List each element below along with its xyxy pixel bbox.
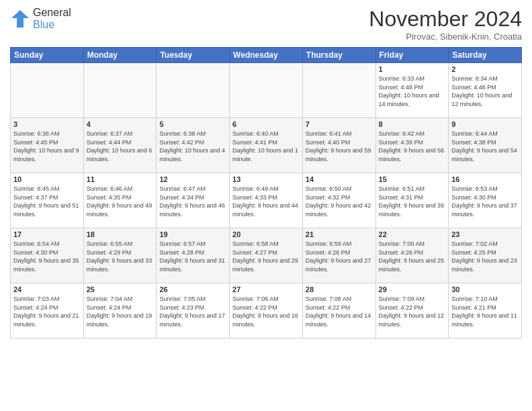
day-number: 28 (306, 285, 373, 293)
calendar-table: SundayMondayTuesdayWednesdayThursdayFrid… (10, 47, 522, 338)
day-info: Sunrise: 7:08 AM Sunset: 4:22 PM Dayligh… (306, 295, 373, 328)
calendar-cell-1-2: 5Sunrise: 6:38 AM Sunset: 4:42 PM Daylig… (157, 118, 230, 173)
day-info: Sunrise: 6:55 AM Sunset: 4:29 PM Dayligh… (87, 240, 154, 273)
header-saturday: Saturday (449, 48, 522, 63)
day-info: Sunrise: 6:51 AM Sunset: 4:31 PM Dayligh… (379, 185, 446, 218)
logo: General Blue (10, 7, 71, 31)
week-row-4: 24Sunrise: 7:03 AM Sunset: 4:24 PM Dayli… (11, 283, 522, 338)
calendar-cell-1-0: 3Sunrise: 6:36 AM Sunset: 4:45 PM Daylig… (11, 118, 84, 173)
day-info: Sunrise: 6:33 AM Sunset: 4:48 PM Dayligh… (379, 75, 446, 108)
calendar-cell-0-0 (11, 63, 84, 118)
day-number: 14 (306, 175, 373, 183)
day-info: Sunrise: 6:34 AM Sunset: 4:46 PM Dayligh… (451, 75, 519, 108)
day-number: 21 (306, 230, 373, 238)
day-number: 25 (87, 285, 154, 293)
day-info: Sunrise: 6:59 AM Sunset: 4:26 PM Dayligh… (306, 240, 373, 273)
calendar-cell-2-3: 13Sunrise: 6:49 AM Sunset: 4:33 PM Dayli… (230, 173, 303, 228)
logo-blue-text: Blue (33, 19, 54, 30)
day-info: Sunrise: 6:38 AM Sunset: 4:42 PM Dayligh… (159, 130, 226, 163)
day-number: 17 (13, 230, 81, 238)
calendar-cell-2-1: 11Sunrise: 6:46 AM Sunset: 4:35 PM Dayli… (83, 173, 157, 228)
calendar-cell-1-3: 6Sunrise: 6:40 AM Sunset: 4:41 PM Daylig… (230, 118, 303, 173)
page-container: General Blue November 2024 Pirovac, Sibe… (0, 0, 532, 411)
day-number: 11 (87, 175, 154, 183)
day-number: 15 (379, 175, 446, 183)
day-number: 18 (87, 230, 154, 238)
day-info: Sunrise: 7:02 AM Sunset: 4:25 PM Dayligh… (451, 240, 519, 273)
day-info: Sunrise: 7:04 AM Sunset: 4:24 PM Dayligh… (87, 295, 154, 328)
calendar-cell-3-1: 18Sunrise: 6:55 AM Sunset: 4:29 PM Dayli… (83, 228, 157, 283)
logo-icon (10, 9, 30, 29)
calendar-cell-4-1: 25Sunrise: 7:04 AM Sunset: 4:24 PM Dayli… (83, 283, 157, 338)
day-number: 30 (451, 285, 519, 293)
calendar-cell-2-5: 15Sunrise: 6:51 AM Sunset: 4:31 PM Dayli… (375, 173, 449, 228)
day-number: 26 (159, 285, 226, 293)
logo-general-text: General (33, 7, 71, 18)
header-monday: Monday (83, 48, 157, 63)
day-number: 2 (451, 65, 519, 73)
calendar-cell-0-5: 1Sunrise: 6:33 AM Sunset: 4:48 PM Daylig… (375, 63, 449, 118)
day-info: Sunrise: 6:45 AM Sunset: 4:37 PM Dayligh… (13, 185, 81, 218)
calendar-cell-1-6: 9Sunrise: 6:44 AM Sunset: 4:38 PM Daylig… (449, 118, 522, 173)
calendar-cell-2-0: 10Sunrise: 6:45 AM Sunset: 4:37 PM Dayli… (11, 173, 84, 228)
calendar-cell-1-1: 4Sunrise: 6:37 AM Sunset: 4:44 PM Daylig… (83, 118, 157, 173)
day-info: Sunrise: 6:44 AM Sunset: 4:38 PM Dayligh… (451, 130, 519, 163)
calendar-header: SundayMondayTuesdayWednesdayThursdayFrid… (11, 48, 522, 63)
calendar-cell-3-4: 21Sunrise: 6:59 AM Sunset: 4:26 PM Dayli… (302, 228, 375, 283)
day-info: Sunrise: 7:00 AM Sunset: 4:26 PM Dayligh… (379, 240, 446, 273)
day-info: Sunrise: 6:50 AM Sunset: 4:32 PM Dayligh… (306, 185, 373, 218)
calendar-cell-0-4 (302, 63, 375, 118)
week-row-0: 1Sunrise: 6:33 AM Sunset: 4:48 PM Daylig… (11, 63, 522, 118)
day-info: Sunrise: 7:09 AM Sunset: 4:22 PM Dayligh… (379, 295, 446, 328)
day-number: 22 (379, 230, 446, 238)
header-friday: Friday (375, 48, 449, 63)
calendar-header-row: SundayMondayTuesdayWednesdayThursdayFrid… (11, 48, 522, 63)
calendar-cell-3-0: 17Sunrise: 6:54 AM Sunset: 4:30 PM Dayli… (11, 228, 84, 283)
day-number: 13 (232, 175, 300, 183)
calendar-cell-2-4: 14Sunrise: 6:50 AM Sunset: 4:32 PM Dayli… (302, 173, 375, 228)
day-info: Sunrise: 6:46 AM Sunset: 4:35 PM Dayligh… (87, 185, 154, 218)
day-number: 4 (87, 120, 154, 128)
week-row-3: 17Sunrise: 6:54 AM Sunset: 4:30 PM Dayli… (11, 228, 522, 283)
day-info: Sunrise: 7:03 AM Sunset: 4:24 PM Dayligh… (13, 295, 81, 328)
day-info: Sunrise: 7:06 AM Sunset: 4:22 PM Dayligh… (232, 295, 300, 328)
day-number: 12 (159, 175, 226, 183)
day-number: 6 (232, 120, 300, 128)
day-number: 9 (451, 120, 519, 128)
calendar-cell-0-6: 2Sunrise: 6:34 AM Sunset: 4:46 PM Daylig… (449, 63, 522, 118)
calendar-cell-3-5: 22Sunrise: 7:00 AM Sunset: 4:26 PM Dayli… (375, 228, 449, 283)
day-info: Sunrise: 6:42 AM Sunset: 4:39 PM Dayligh… (379, 130, 446, 163)
title-section: November 2024 Pirovac, Sibenik-Knin, Cro… (369, 7, 522, 42)
day-number: 10 (13, 175, 81, 183)
calendar-cell-4-4: 28Sunrise: 7:08 AM Sunset: 4:22 PM Dayli… (302, 283, 375, 338)
day-number: 16 (451, 175, 519, 183)
day-number: 8 (379, 120, 446, 128)
header-sunday: Sunday (11, 48, 84, 63)
day-info: Sunrise: 7:10 AM Sunset: 4:21 PM Dayligh… (451, 295, 519, 328)
calendar-cell-4-2: 26Sunrise: 7:05 AM Sunset: 4:23 PM Dayli… (157, 283, 230, 338)
day-info: Sunrise: 6:54 AM Sunset: 4:30 PM Dayligh… (13, 240, 81, 273)
calendar-cell-4-3: 27Sunrise: 7:06 AM Sunset: 4:22 PM Dayli… (230, 283, 303, 338)
day-number: 23 (451, 230, 519, 238)
day-info: Sunrise: 6:58 AM Sunset: 4:27 PM Dayligh… (232, 240, 300, 273)
calendar-cell-3-3: 20Sunrise: 6:58 AM Sunset: 4:27 PM Dayli… (230, 228, 303, 283)
day-number: 5 (159, 120, 226, 128)
calendar-cell-0-1 (83, 63, 157, 118)
header-tuesday: Tuesday (157, 48, 230, 63)
week-row-1: 3Sunrise: 6:36 AM Sunset: 4:45 PM Daylig… (11, 118, 522, 173)
calendar-cell-0-3 (230, 63, 303, 118)
calendar-cell-4-0: 24Sunrise: 7:03 AM Sunset: 4:24 PM Dayli… (11, 283, 84, 338)
calendar-cell-3-6: 23Sunrise: 7:02 AM Sunset: 4:25 PM Dayli… (449, 228, 522, 283)
calendar-cell-3-2: 19Sunrise: 6:57 AM Sunset: 4:28 PM Dayli… (157, 228, 230, 283)
week-row-2: 10Sunrise: 6:45 AM Sunset: 4:37 PM Dayli… (11, 173, 522, 228)
day-number: 1 (379, 65, 446, 73)
calendar-cell-1-4: 7Sunrise: 6:41 AM Sunset: 4:40 PM Daylig… (302, 118, 375, 173)
day-info: Sunrise: 6:57 AM Sunset: 4:28 PM Dayligh… (159, 240, 226, 273)
day-info: Sunrise: 6:49 AM Sunset: 4:33 PM Dayligh… (232, 185, 300, 218)
calendar-cell-0-2 (157, 63, 230, 118)
logo-text: General Blue (33, 7, 71, 31)
day-info: Sunrise: 6:37 AM Sunset: 4:44 PM Dayligh… (87, 130, 154, 163)
day-info: Sunrise: 6:36 AM Sunset: 4:45 PM Dayligh… (13, 130, 81, 163)
month-title: November 2024 (369, 7, 522, 32)
day-number: 24 (13, 285, 81, 293)
